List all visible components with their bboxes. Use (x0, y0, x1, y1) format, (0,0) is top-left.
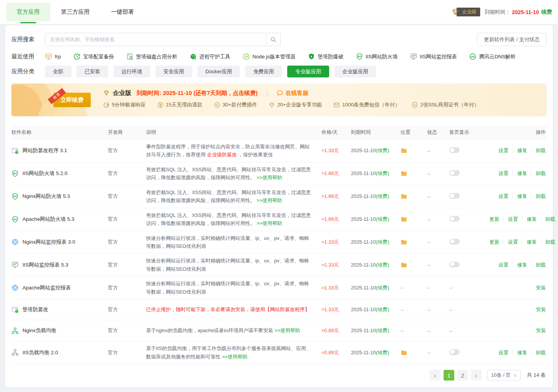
home-display-cell (449, 170, 489, 177)
prev-page-button[interactable]: ‹ (430, 370, 441, 381)
action-link[interactable]: 卸载 (531, 262, 546, 268)
search-input[interactable] (45, 33, 266, 46)
category-button[interactable]: 免费应用 (245, 66, 282, 77)
home-display-toggle[interactable] (449, 147, 460, 153)
renew-link[interactable]: (续费) (376, 307, 389, 312)
action-link[interactable]: 修复 (522, 239, 537, 245)
category-button[interactable]: 全部 (45, 66, 71, 77)
action-link[interactable]: 卸载 (541, 239, 555, 245)
folder-icon[interactable] (400, 170, 427, 177)
category-button[interactable]: 企业版应用 (334, 66, 376, 77)
renew-link[interactable]: (续费) (376, 239, 389, 245)
page-number-button[interactable]: 2 (457, 370, 468, 381)
folder-icon[interactable] (400, 349, 427, 356)
category-button[interactable]: 专业版应用 (287, 66, 329, 77)
top-tab[interactable]: 官方应用 (6, 0, 50, 24)
action-link[interactable]: 修复 (513, 148, 527, 153)
home-display-toggle[interactable] (449, 193, 460, 199)
renew-link[interactable]: (续费) (376, 148, 389, 153)
recent-app-link[interactable]: IIS网站监控报表 (410, 53, 457, 60)
description-cell: 快速分析网站运行状况，实时精确统计网站流量、ip、uv、pv、请求、蜘蛛等数据，… (146, 280, 322, 296)
help-link[interactable]: >>使用帮助 (222, 354, 248, 360)
action-link[interactable]: 设置 (503, 239, 518, 245)
renew-link[interactable]: (续费) (376, 170, 389, 176)
home-display-toggle[interactable] (449, 262, 460, 267)
recent-app-link[interactable]: FRP frp (45, 53, 61, 60)
action-link[interactable]: 更新 (489, 239, 499, 245)
developer-cell: 官方 (108, 239, 146, 246)
home-display-toggle[interactable] (449, 349, 460, 355)
action-link[interactable]: 安装 (536, 307, 546, 312)
action-link[interactable]: 设置 (499, 262, 508, 268)
renew-link[interactable]: (续费) (376, 193, 389, 199)
category-button-label: 企业版应用 (343, 69, 368, 74)
folder-icon[interactable] (400, 239, 427, 246)
action-link[interactable]: 设置 (499, 193, 508, 199)
action-link[interactable]: 修复 (522, 216, 537, 222)
folder-icon[interactable] (400, 262, 427, 268)
recent-app-link[interactable]: 宝塔配置备份 (73, 53, 114, 60)
app-name-cell: 堡塔防篡改 (11, 306, 108, 313)
action-link[interactable]: 安装 (536, 328, 546, 333)
category-button[interactable]: Docker应用 (198, 66, 240, 77)
banner-expiry-renew-link[interactable]: 到期时间: 2025-11-10 (还有7天到期，点击续费) (137, 90, 258, 97)
renew-link[interactable]: (续费) (376, 216, 389, 222)
related-app-link[interactable]: 企业级防篡改 (207, 152, 237, 157)
update-list-button[interactable]: 更新软件列表 / 支付状态 (477, 33, 547, 46)
top-tab[interactable]: 一键部署 (100, 0, 145, 24)
page-size-select[interactable]: 10条 / 页 ∨ (487, 370, 521, 381)
home-display-toggle[interactable] (449, 239, 460, 244)
search-icon (270, 36, 277, 43)
renew-link[interactable]: (续费) (376, 350, 389, 355)
price-cell: ≈1.33元 (322, 306, 351, 313)
location-cell: -- (400, 285, 427, 291)
action-link[interactable]: 安装 (536, 285, 546, 291)
action-link[interactable]: 卸载 (531, 350, 546, 355)
folder-icon[interactable] (400, 147, 427, 154)
renew-link[interactable]: (续费) (376, 262, 389, 268)
action-link[interactable]: 修复 (513, 193, 527, 199)
help-link[interactable]: >>使用帮助 (257, 220, 282, 226)
recent-app-link[interactable]: DNS 腾讯云DNS解析 (469, 53, 516, 60)
home-display-toggle[interactable] (449, 170, 460, 176)
help-link[interactable]: >>使用帮助 (257, 175, 282, 180)
renew-link[interactable]: 续费 (541, 9, 552, 16)
action-link[interactable]: 设置 (499, 350, 508, 355)
renew-now-button[interactable]: 推荐 立即续费 (53, 93, 91, 107)
page-number-button[interactable]: 1 (444, 370, 454, 381)
search-button[interactable] (266, 33, 281, 46)
category-button[interactable]: 安全应用 (156, 66, 192, 77)
next-page-button[interactable]: › (471, 370, 482, 381)
recent-app-link[interactable]: WAF IIS网站防火墙 (356, 53, 398, 60)
action-link[interactable]: 卸载 (531, 170, 546, 176)
home-display-toggle[interactable] (449, 216, 460, 222)
action-link[interactable]: 卸载 (531, 193, 546, 199)
renew-link[interactable]: (续费) (376, 285, 389, 291)
recent-app-link[interactable]: 进程守护工具 (190, 53, 230, 60)
expiry-date: 2025-11-10 (351, 148, 376, 153)
folder-icon[interactable] (400, 216, 427, 223)
action-link[interactable]: 设置 (499, 148, 508, 153)
table-header-cell: 到期时间 (351, 129, 400, 136)
online-support-link[interactable]: 在线客服 (277, 90, 309, 97)
action-link[interactable]: 设置 (499, 170, 508, 176)
description-text: 基于nginx的负载均衡，apache或者iis环境用户请不要安装 (146, 328, 275, 333)
action-link[interactable]: 更新 (489, 216, 499, 222)
renew-link[interactable]: (续费) (376, 328, 389, 333)
help-link[interactable]: >>使用帮助 (275, 328, 300, 333)
top-tab[interactable]: 第三方应用 (50, 0, 100, 24)
action-link[interactable]: 卸载 (531, 148, 546, 153)
recent-app-link[interactable]: JS Node.js版本管理器 (243, 53, 296, 60)
action-link[interactable]: 修复 (513, 350, 527, 355)
action-link[interactable]: 设置 (503, 216, 518, 222)
recent-app-link[interactable]: 堡塔防爆破 (308, 53, 344, 60)
expiry-date: 2025-11-10 (351, 328, 376, 333)
action-link[interactable]: 修复 (513, 262, 527, 268)
recent-app-link[interactable]: 堡塔磁盘占用分析 (126, 53, 177, 60)
action-link[interactable]: 卸载 (541, 216, 555, 222)
folder-icon[interactable] (400, 193, 427, 200)
action-link[interactable]: 修复 (513, 170, 527, 176)
help-link[interactable]: >>使用帮助 (257, 198, 282, 203)
category-button[interactable]: 已安装 (77, 66, 108, 77)
category-button[interactable]: 运行环境 (114, 66, 150, 77)
